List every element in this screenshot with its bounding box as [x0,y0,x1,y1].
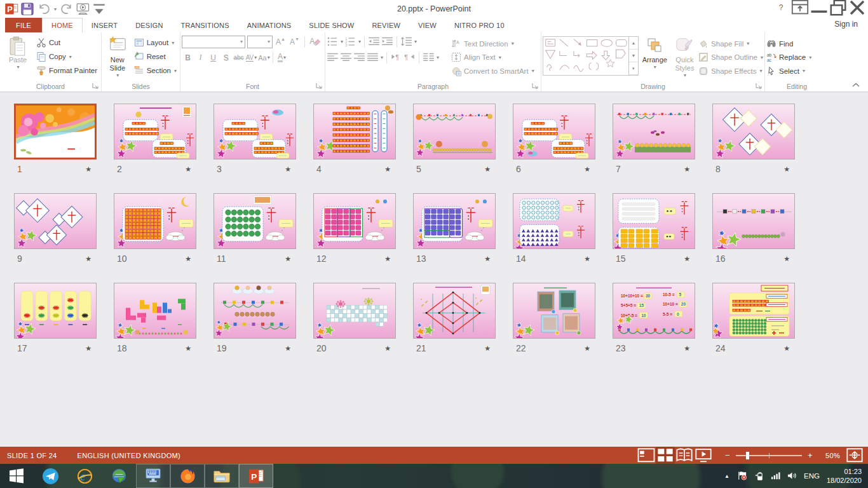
slide-thumbnail-24[interactable] [712,283,795,339]
repeat-button[interactable] [60,2,74,16]
section-button[interactable]: Section▾ [132,64,179,78]
undo-dropdown-icon[interactable]: ▾ [52,2,58,16]
normal-view-button[interactable] [637,447,656,464]
slide-thumbnail-9[interactable] [14,193,97,249]
taskbar-powerpoint-button[interactable]: P [239,464,273,488]
tab-file[interactable]: FILE [5,18,42,32]
taskbar-firefox-button[interactable] [170,464,205,488]
layout-button[interactable]: Layout▾ [132,36,179,50]
slide-thumbnail-2[interactable] [114,104,196,159]
shapes-gallery[interactable]: ▲▼▾ [543,36,639,76]
shape-outline-button[interactable]: Shape Outline▾ [698,51,763,65]
slide-thumbnail-22[interactable] [513,283,595,339]
shape-fill-button[interactable]: Shape Fill▾ [698,37,763,51]
taskbar-idm-button[interactable] [102,464,136,488]
taskbar-file-explorer-button[interactable] [205,464,239,488]
convert-smartart-button[interactable]: Convert to SmartArt▾ [451,64,534,78]
slide-show-button[interactable] [694,447,713,464]
tab-nitro-pro-10[interactable]: NITRO PRO 10 [445,18,513,32]
strikethrough-button[interactable]: abc [233,51,245,64]
copy-button[interactable]: Copy▾ [34,50,99,64]
volume-icon[interactable] [787,471,797,480]
paste-button[interactable]: Paste ▾ [1,34,34,83]
slide-thumbnail-17[interactable] [14,283,97,339]
zoom-level[interactable]: 50% [816,452,840,459]
tab-home[interactable]: HOME [42,18,83,32]
select-button[interactable]: Select▾ [766,64,811,78]
slide-thumbnail-8[interactable] [712,104,795,159]
undo-button[interactable] [36,2,50,16]
format-painter-button[interactable]: Format Painter [34,64,99,78]
character-spacing-button[interactable]: AV▾ [245,51,257,64]
tab-slide-show[interactable]: SLIDE SHOW [300,18,363,32]
align-center-button[interactable] [340,51,352,64]
right-to-left-button[interactable]: ¶ [403,51,416,64]
slide-thumbnail-15[interactable] [613,193,695,249]
slide-thumbnail-10[interactable] [114,193,196,249]
shape-effects-button[interactable]: Shape Effects▾ [698,64,763,78]
paragraph-dialog-launcher[interactable] [532,83,539,90]
taskbar-on-screen-keyboard-button[interactable] [136,464,170,488]
shapes-scroll-down-icon[interactable]: ▼ [629,50,638,62]
italic-button[interactable]: I [194,51,207,64]
decrease-indent-button[interactable] [368,36,380,48]
drawing-dialog-launcher[interactable] [756,83,763,90]
slide-thumbnail-16[interactable] [712,193,795,249]
clear-formatting-button[interactable]: A [309,36,321,48]
quick-styles-button[interactable]: Quick Styles▾ [671,34,698,83]
slide-thumbnail-1[interactable] [14,104,97,159]
tab-animations[interactable]: ANIMATIONS [238,18,301,32]
taskbar-clock[interactable]: 01:23 18/02/2020 [827,467,862,485]
change-case-button[interactable]: Aa▾ [258,51,270,64]
reset-button[interactable]: Reset [132,50,179,64]
shapes-more-icon[interactable]: ▾ [629,62,638,75]
shapes-scroll-up-icon[interactable]: ▲ [629,37,638,50]
slide-thumbnail-6[interactable] [513,104,595,159]
customize-qat-button[interactable] [92,2,106,16]
font-color-button[interactable]: A▾ [276,51,288,64]
slide-thumbnail-19[interactable] [214,283,296,339]
font-dialog-launcher[interactable] [316,83,323,90]
zoom-slider-thumb[interactable] [746,452,749,459]
left-to-right-button[interactable]: ¶ [390,51,402,64]
minimize-button[interactable] [810,0,829,15]
restore-button[interactable] [829,0,848,15]
numbering-button[interactable]: 123 [344,36,356,48]
input-language-indicator[interactable]: ENG [804,472,820,480]
slide-thumbnail-14[interactable] [513,193,595,249]
new-slide-button[interactable]: New Slide ▾ [103,34,132,83]
line-spacing-button[interactable] [400,36,412,48]
zoom-out-button[interactable]: − [722,451,733,460]
fit-to-window-button[interactable] [845,447,864,464]
save-button[interactable] [20,2,34,16]
ribbon-display-options-button[interactable] [790,0,810,15]
slide-thumbnail-18[interactable] [114,283,196,339]
shapes-gallery-scrollbar[interactable]: ▲▼▾ [628,37,638,75]
increase-indent-button[interactable] [381,36,393,48]
tab-insert[interactable]: INSERT [83,18,126,32]
slide-thumbnail-3[interactable] [214,104,296,159]
zoom-slider[interactable] [736,455,802,456]
slide-thumbnail-11[interactable] [214,193,296,249]
zoom-in-button[interactable]: + [804,451,816,460]
bold-button[interactable]: B [182,51,194,64]
slide-thumbnail-7[interactable] [613,104,695,159]
sign-in-link[interactable]: Sign in [834,20,858,29]
columns-button[interactable] [423,51,435,64]
text-direction-button[interactable]: AText Direction▾ [451,37,534,51]
slide-thumbnail-12[interactable] [313,193,396,249]
tab-transitions[interactable]: TRANSITIONS [172,18,238,32]
tab-review[interactable]: REVIEW [363,18,409,32]
slide-thumbnail-4[interactable] [313,104,396,159]
decrease-font-size-button[interactable]: A▼ [288,36,301,48]
align-right-button[interactable] [353,51,365,64]
network-icon[interactable] [771,471,780,480]
tab-view[interactable]: VIEW [409,18,445,32]
cut-button[interactable]: Cut [34,36,99,50]
start-button[interactable] [0,464,33,488]
increase-font-size-button[interactable]: A▲ [275,36,287,48]
align-left-button[interactable] [327,51,339,64]
help-button[interactable]: ? [771,0,790,15]
find-button[interactable]: Find [766,37,811,51]
clipboard-dialog-launcher[interactable] [92,83,99,90]
